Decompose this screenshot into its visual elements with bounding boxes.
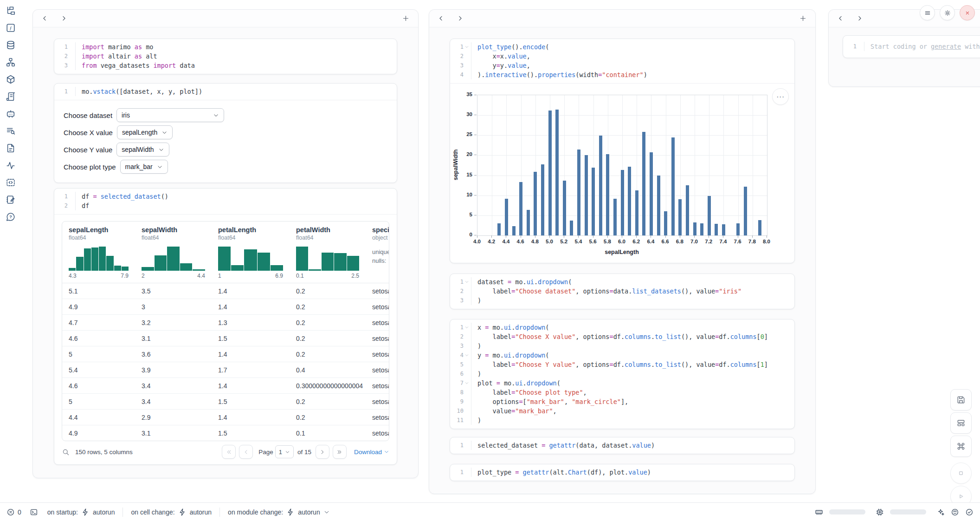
table-row[interactable]: 4.93.11.50.1setosa [62,425,389,441]
table-row[interactable]: 4.63.11.50.2setosa [62,331,389,346]
command-button[interactable] [950,436,972,457]
column-header[interactable]: sepalWidthfloat6424.4 [135,226,212,279]
cell-empty-editor[interactable]: 1Start coding or generate with [843,35,980,58]
column-header[interactable]: petalWidthfloat640.12.5 [290,226,366,279]
chart-menu-button[interactable]: ⋯ [772,88,789,105]
code-editor[interactable]: 1plot_type = getattr(alt.Chart(df), plot… [450,464,794,481]
cell-imports[interactable]: 1import marimo as mo2import altair as al… [54,39,397,74]
code-editor[interactable]: 1x = mo.ui.dropdown(2 label="Choose X va… [450,319,794,429]
tracing-icon[interactable] [6,160,16,170]
functions-icon[interactable]: ƒ [6,23,16,33]
line-number: 1 [64,87,68,96]
snippets-icon[interactable] [6,177,16,188]
panel-forward-icon[interactable] [60,15,67,22]
column-name[interactable]: petalLength [218,226,290,234]
table-row[interactable]: 5.43.91.70.4setosa [62,362,389,378]
code-editor[interactable]: 1Start coding or generate with [843,36,980,58]
column-name[interactable]: sepalWidth [142,226,212,234]
panel-forward-icon[interactable] [856,15,863,22]
first-page-button[interactable] [222,445,236,459]
table-row[interactable]: 4.73.21.30.2setosa [62,315,389,331]
layout-button[interactable] [950,412,972,434]
last-page-button[interactable] [333,445,347,459]
column-header[interactable]: petalLengthfloat6416.9 [212,226,290,279]
fold-icon[interactable] [464,325,470,330]
next-page-button[interactable] [316,445,329,459]
code-editor[interactable]: 1selected_dataset = getattr(data, datase… [450,437,794,454]
add-cell-icon[interactable] [799,14,807,22]
fold-icon[interactable] [464,352,470,358]
table-row[interactable]: 4.42.91.40.2setosa [62,410,389,425]
on-module-change-setting[interactable]: on module change: autorun [228,508,330,516]
panel-back-icon[interactable] [438,15,445,22]
chat-icon[interactable] [6,109,16,119]
x-tick [767,235,767,238]
connection-status-icon[interactable] [965,508,974,516]
code-editor[interactable]: 1plot_type().encode(2 x=x.value,3 y=y.va… [450,39,794,83]
table-row[interactable]: 5.13.51.40.2setosa [62,283,389,299]
altair-bar-chart[interactable]: sepalWidth sepalLength ⋯ 4.04.24.44.64.8… [450,84,794,263]
panel-forward-icon[interactable] [457,15,464,22]
errors-icon[interactable] [6,508,15,516]
terminal-icon[interactable] [30,508,38,516]
scratchpad-icon[interactable] [6,126,16,136]
cell-dataset-dropdown[interactable]: 1dataset = mo.ui.dropdown(2 label="Choos… [450,274,795,309]
settings-button[interactable] [940,5,955,20]
cell-xy-plot-dropdowns[interactable]: 1x = mo.ui.dropdown(2 label="Choose X va… [450,319,795,429]
column-name[interactable]: petalWidth [296,226,366,234]
table-row[interactable]: 53.61.40.2setosa [62,346,389,362]
chart-plot-area[interactable] [477,95,767,236]
code-editor[interactable]: 1dataset = mo.ui.dropdown(2 label="Choos… [450,274,794,309]
copilot-icon[interactable] [951,508,959,516]
cell-vstack[interactable]: 1mo.vstack([dataset, x, y, plot]) Choose… [54,83,397,183]
column-header[interactable]: speciesobjectunique:nulls: [366,226,389,279]
code-editor[interactable]: 1import marimo as mo2import altair as al… [54,39,397,74]
fold-icon[interactable] [464,44,470,50]
table-row[interactable]: 53.41.50.2setosa [62,394,389,410]
y-value-dropdown[interactable]: sepalWidth [116,143,169,156]
help-icon[interactable]: ? [6,212,16,222]
column-type: float64 [69,234,135,241]
on-cell-change-setting[interactable]: on cell change: autorun [131,508,212,516]
cell-plot-type[interactable]: 1plot_type = getattr(alt.Chart(df), plot… [450,464,795,481]
column-name[interactable]: species [372,226,389,234]
search-icon[interactable] [62,448,70,456]
code-editor[interactable]: 1df = selected_dataset()2df [54,189,397,214]
prev-page-button[interactable] [239,445,253,459]
cell-plot[interactable]: 1plot_type().encode(2 x=x.value,3 y=y.va… [450,39,795,263]
menu-button[interactable] [920,5,935,20]
database-icon[interactable] [6,40,16,50]
gridline [477,155,767,156]
bar [744,187,747,235]
logs-icon[interactable] [6,91,16,102]
table-row[interactable]: 4.931.40.2setosa [62,299,389,315]
close-button[interactable] [960,5,975,20]
code-editor[interactable]: 1mo.vstack([dataset, x, y, plot]) [54,84,397,100]
stop-button[interactable] [950,462,972,484]
panel-back-icon[interactable] [41,15,48,22]
notebook-icon[interactable] [6,195,16,205]
dependency-graph-icon[interactable] [6,57,16,67]
cell-dataframe[interactable]: 1df = selected_dataset()2df sepalLengthf… [54,188,397,465]
page-select[interactable]: 1 [275,445,294,458]
table-row[interactable]: 4.63.41.40.30000000000000004setosa [62,378,389,394]
column-header[interactable]: sepalLengthfloat644.37.9 [62,226,135,279]
column-name[interactable]: sepalLength [69,226,135,234]
file-tree-icon[interactable] [6,6,16,16]
panel-back-icon[interactable] [837,15,844,22]
save-button[interactable] [950,389,972,410]
x-value-dropdown[interactable]: sepalLength [117,125,173,139]
ai-sparkles-icon[interactable] [936,508,945,516]
add-cell-icon[interactable] [402,14,410,22]
dataset-dropdown[interactable]: iris [116,108,224,122]
on-startup-setting[interactable]: on startup: autorun [47,508,115,516]
download-button[interactable]: Download [354,449,389,456]
fold-icon[interactable] [464,380,470,386]
cell-selected-dataset[interactable]: 1selected_dataset = getattr(data, datase… [450,437,795,454]
table-cell: 3 [135,303,212,311]
plot-type-dropdown[interactable]: mark_bar [120,160,168,174]
documentation-icon[interactable] [6,143,16,153]
x-tick-label: 5.0 [542,239,557,244]
packages-icon[interactable] [6,74,16,85]
fold-icon[interactable] [464,279,470,285]
